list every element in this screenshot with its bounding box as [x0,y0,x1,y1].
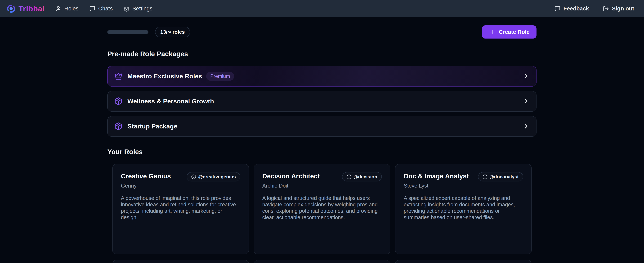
gear-icon [124,5,130,12]
package-row-maestro[interactable]: Maestro Exclusive Roles Premium [107,66,536,86]
roles-usage-progress-bar [107,30,148,33]
create-role-label: Create Role [499,29,530,35]
package-row-wellness[interactable]: Wellness & Personal Growth [107,91,536,112]
plus-icon [489,29,496,35]
chevron-right-icon [522,73,530,80]
nav-right-actions: Feedback Sign out [554,5,634,12]
nav-menu: Roles Chats Settings [55,5,152,12]
role-card-description: A powerhouse of imagination, this role p… [121,195,240,221]
package-title: Startup Package [128,123,177,130]
role-card-description: A specialized expert capable of analyzin… [404,195,523,221]
role-card-creative-genius[interactable]: Creative Genius @creativegenius Genny A … [112,164,249,254]
info-icon [191,174,196,179]
role-card-partial[interactable] [395,260,532,263]
role-card-doc-image-analyst[interactable]: Doc & Image Analyst @docanalyst Steve Ly… [395,164,532,254]
sign-out-button[interactable]: Sign out [603,5,634,12]
package-icon [114,97,122,105]
main-content: 13/∞ roles Create Role Pre-made Role Pac… [107,25,536,263]
package-title: Wellness & Personal Growth [128,98,214,105]
role-card-title: Doc & Image Analyst [404,172,469,180]
nav-item-roles[interactable]: Roles [55,5,78,12]
chevron-right-icon [522,123,530,130]
feedback-button[interactable]: Feedback [554,5,589,12]
role-handle-badge[interactable]: @creativegenius [187,172,240,181]
info-icon [346,174,352,179]
tribbai-logo-icon [6,4,16,13]
role-card-title: Creative Genius [121,172,171,180]
role-handle-badge[interactable]: @decision [342,172,382,181]
roles-page: Tribbai Roles Chats [0,0,644,263]
info-icon [482,174,488,179]
brand-name: Tribbai [18,4,45,13]
create-role-button[interactable]: Create Role [482,25,536,38]
role-card-decision-architect[interactable]: Decision Architect @decision Archie Doit… [254,164,390,254]
nav-item-settings[interactable]: Settings [124,5,152,12]
role-card-subtitle: Steve Lyst [404,183,523,189]
role-card-title: Decision Architect [262,172,320,180]
top-navigation-bar: Tribbai Roles Chats [0,0,644,17]
packages-section-title: Pre-made Role Packages [107,50,536,58]
role-card-description: A logical and structured guide that help… [262,195,382,221]
nav-label: Settings [132,5,152,12]
feedback-bubble-icon [554,5,560,12]
package-icon [114,122,122,130]
roles-toolbar: 13/∞ roles Create Role [107,25,536,38]
role-card-subtitle: Genny [121,183,240,189]
user-icon [55,5,62,12]
nav-label: Sign out [612,5,634,12]
roles-cards-grid: Creative Genius @creativegenius Genny A … [107,164,536,263]
package-row-startup[interactable]: Startup Package [107,116,536,137]
roles-count-badge: 13/∞ roles [155,27,190,37]
premium-badge: Premium [206,72,234,81]
nav-label: Roles [64,5,78,12]
brand-logo-link[interactable]: Tribbai [6,4,45,13]
chevron-right-icon [522,98,530,105]
role-card-subtitle: Archie Doit [262,183,382,189]
your-roles-section-title: Your Roles [107,148,536,156]
chat-bubble-icon [89,5,95,12]
nav-label: Chats [98,5,113,12]
nav-label: Feedback [563,5,589,12]
role-card-partial[interactable] [112,260,249,263]
role-handle: @decision [354,174,377,180]
role-handle: @creativegenius [198,174,236,180]
crown-icon [114,72,122,80]
role-card-partial[interactable] [254,260,390,263]
log-out-icon [603,5,609,12]
role-handle: @docanalyst [490,174,519,180]
role-handle-badge[interactable]: @docanalyst [478,172,523,181]
package-title: Maestro Exclusive Roles [128,73,202,80]
nav-item-chats[interactable]: Chats [89,5,113,12]
